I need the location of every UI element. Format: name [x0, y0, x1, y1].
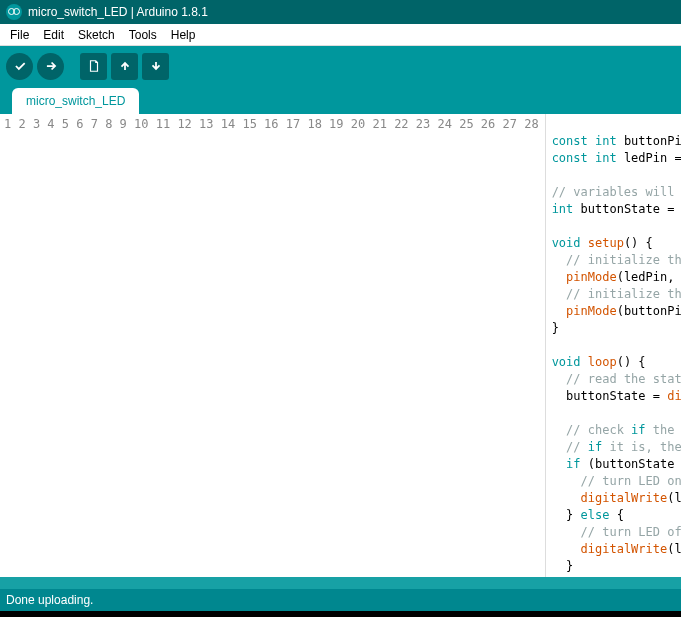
- check-icon: [13, 59, 27, 73]
- code-area[interactable]: const int buttonPin = 10; // the number …: [546, 114, 681, 577]
- footer-strip: [0, 617, 681, 625]
- window-title: micro_switch_LED | Arduino 1.8.1: [28, 5, 208, 19]
- status-text: Done uploading.: [6, 593, 93, 607]
- save-button[interactable]: [142, 53, 169, 80]
- tabs-bar: micro_switch_LED: [0, 86, 681, 114]
- upload-button[interactable]: [37, 53, 64, 80]
- status-bar: Done uploading.: [0, 589, 681, 611]
- titlebar: micro_switch_LED | Arduino 1.8.1: [0, 0, 681, 24]
- menu-bar: File Edit Sketch Tools Help: [0, 24, 681, 46]
- arrow-up-icon: [118, 59, 132, 73]
- message-area: [0, 577, 681, 589]
- menu-file[interactable]: File: [4, 26, 35, 44]
- code-editor[interactable]: 1 2 3 4 5 6 7 8 9 10 11 12 13 14 15 16 1…: [0, 114, 681, 577]
- open-button[interactable]: [111, 53, 138, 80]
- arduino-logo-icon: [6, 4, 22, 20]
- menu-edit[interactable]: Edit: [37, 26, 70, 44]
- arrow-down-icon: [149, 59, 163, 73]
- tab-sketch[interactable]: micro_switch_LED: [12, 88, 139, 114]
- verify-button[interactable]: [6, 53, 33, 80]
- menu-help[interactable]: Help: [165, 26, 202, 44]
- menu-sketch[interactable]: Sketch: [72, 26, 121, 44]
- new-button[interactable]: [80, 53, 107, 80]
- line-gutter: 1 2 3 4 5 6 7 8 9 10 11 12 13 14 15 16 1…: [0, 114, 546, 577]
- arrow-right-icon: [44, 59, 58, 73]
- menu-tools[interactable]: Tools: [123, 26, 163, 44]
- file-icon: [87, 59, 101, 73]
- toolbar: [0, 46, 681, 86]
